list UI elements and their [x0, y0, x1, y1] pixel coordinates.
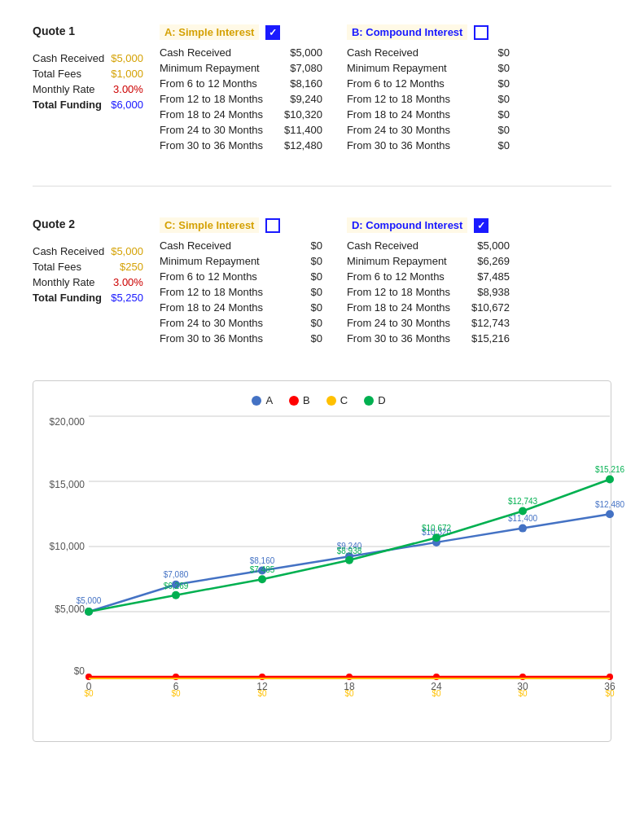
q1-simple-title: A: Simple Interest [164, 26, 255, 38]
d-label-30: $12,743 [508, 497, 538, 506]
quote1-section: Quote 1 Cash Received $5,000 Total Fees … [33, 24, 611, 155]
d-label-18: $8,938 [337, 546, 362, 555]
q2-fees-label: Total Fees [33, 261, 81, 273]
legend-a-label: A [265, 394, 273, 406]
x-label-24: 24 [431, 681, 442, 692]
q2-funding-label: Total Funding [33, 292, 102, 304]
q2-cash-label: Cash Received [33, 245, 104, 257]
quote1-simple-header: A: Simple Interest [160, 24, 322, 40]
quote1-simple-block: A: Simple Interest Cash Received$5,000 M… [160, 24, 322, 155]
q1-fees-label: Total Fees [33, 68, 81, 80]
quote-divider [33, 186, 611, 187]
q1-simple-rows: Cash Received$5,000 Minimum Repayment$7,… [160, 46, 322, 155]
quote2-label: Quote 2 [33, 217, 143, 230]
chart-svg: $5,000 $7,080 $8,160 $9,240 $10,320 $11,… [89, 416, 618, 701]
q2-simple-rows: Cash Received$0 Minimum Repayment$0 From… [160, 239, 322, 348]
x-label-12: 12 [256, 681, 268, 692]
quote2-summary: Cash Received $5,000 Total Fees $250 Mon… [33, 245, 143, 304]
a-dot-36 [606, 510, 614, 518]
d-dot-12 [258, 575, 266, 583]
a-dot-30 [519, 525, 527, 533]
legend-a: A [252, 394, 273, 406]
d-dot-30 [519, 507, 527, 516]
q1-cash-val: $5,000 [111, 52, 143, 64]
d-dot-24 [432, 533, 440, 542]
legend-d: D [364, 394, 385, 406]
x-label-18: 18 [344, 681, 355, 692]
q1-cash-label: Cash Received [33, 52, 104, 64]
y-label-0: $0 [40, 665, 85, 677]
d-label-24: $10,672 [422, 524, 452, 533]
d-dot-18 [345, 556, 353, 564]
quote2-compound-header: D: Compound Interest [347, 217, 510, 233]
q1-funding-label: Total Funding [33, 99, 102, 111]
q2-funding-val: $5,250 [111, 292, 143, 304]
quote2-simple-block: C: Simple Interest Cash Received$0 Minim… [160, 217, 322, 348]
d-dot-6 [172, 591, 180, 599]
q2-rate-val: 3.00% [113, 276, 143, 288]
legend-d-dot [364, 396, 374, 406]
legend-d-label: D [378, 394, 385, 406]
d-dot-36 [606, 476, 614, 484]
quotes-container: Quote 1 Cash Received $5,000 Total Fees … [33, 24, 611, 742]
legend-c-dot [326, 396, 336, 406]
d-label-36: $15,216 [595, 465, 625, 474]
d-dot-0 [85, 608, 93, 616]
y-label-15000: $15,000 [40, 479, 85, 490]
q2-cash-val: $5,000 [111, 245, 143, 257]
q1-compound-title: B: Compound Interest [352, 26, 463, 38]
q2-compound-rows: Cash Received$5,000 Minimum Repayment$6,… [347, 239, 510, 348]
quote2-compound-block: D: Compound Interest Cash Received$5,000… [347, 217, 510, 348]
d-label-6: $6,269 [164, 582, 189, 590]
legend-b: B [289, 394, 310, 406]
q1-rate-label: Monthly Rate [33, 83, 95, 95]
quote1-compound-header: B: Compound Interest [347, 24, 510, 40]
q1-compound-checkbox[interactable] [474, 25, 488, 40]
chart-legend: A B C D [40, 394, 598, 406]
quote2-simple-header: C: Simple Interest [160, 217, 322, 233]
quote1-label: Quote 1 [33, 24, 143, 37]
x-label-30: 30 [517, 681, 528, 692]
y-label-20000: $20,000 [40, 416, 85, 428]
legend-c: C [326, 394, 348, 406]
x-label-6: 6 [173, 681, 179, 692]
q2-rate-label: Monthly Rate [33, 276, 95, 288]
a-label-12: $8,160 [250, 556, 275, 565]
d-label-12: $7,485 [250, 565, 275, 574]
x-label-0: 0 [86, 681, 92, 692]
legend-b-label: B [303, 394, 310, 406]
y-label-10000: $10,000 [40, 541, 85, 552]
legend-b-dot [289, 396, 299, 406]
q2-simple-title: C: Simple Interest [164, 219, 255, 231]
q1-fees-val: $1,000 [111, 68, 143, 80]
a-label-6: $7,080 [164, 570, 189, 579]
q1-simple-checkbox[interactable] [265, 25, 280, 40]
chart-area: $0 $5,000 $10,000 $15,000 $20,000 [40, 416, 598, 728]
q2-compound-title: D: Compound Interest [352, 219, 463, 231]
quote1-compound-block: B: Compound Interest Cash Received$0 Min… [347, 24, 510, 155]
q1-compound-rows: Cash Received$0 Minimum Repayment$0 From… [347, 46, 510, 155]
q1-funding-val: $6,000 [111, 99, 143, 111]
legend-a-dot [252, 396, 261, 406]
q1-rate-val: 3.00% [113, 83, 143, 95]
y-label-5000: $5,000 [40, 604, 85, 615]
chart-container: A B C D $0 $5,000 $10,000 $15,000 $ [33, 380, 611, 742]
legend-c-label: C [340, 394, 348, 406]
x-label-36: 36 [604, 681, 616, 692]
quote1-summary: Cash Received $5,000 Total Fees $1,000 M… [33, 52, 143, 111]
a-label-36: $12,480 [595, 500, 625, 509]
quote2-section: Quote 2 Cash Received $5,000 Total Fees … [33, 217, 611, 348]
q2-fees-val: $250 [120, 261, 143, 273]
q2-simple-checkbox[interactable] [265, 218, 280, 233]
q2-compound-checkbox[interactable] [474, 218, 488, 233]
